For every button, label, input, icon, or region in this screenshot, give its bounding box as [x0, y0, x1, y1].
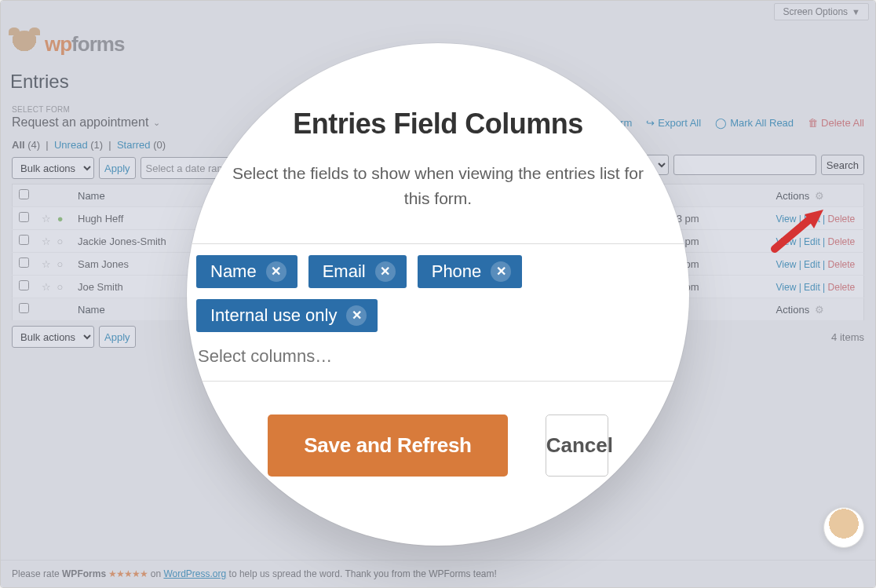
bulk-actions-select[interactable]: Bulk actions — [12, 157, 94, 179]
chat-avatar[interactable] — [823, 507, 864, 548]
edit-link[interactable]: Edit — [804, 282, 820, 293]
filter-all[interactable]: All — [12, 139, 25, 151]
screen-options-label: Screen Options — [783, 6, 848, 17]
save-and-refresh-button[interactable]: Save and Refresh — [268, 415, 507, 477]
view-link[interactable]: View — [776, 259, 797, 270]
footer-text: Please rate WPForms ★★★★★ on WordPress.o… — [1, 560, 875, 587]
delete-link[interactable]: Delete — [828, 259, 856, 270]
wpforms-logo-text: wpforms — [45, 32, 124, 57]
edit-link[interactable]: Edit — [804, 236, 820, 247]
row-checkbox[interactable] — [19, 235, 29, 245]
filter-unread[interactable]: Unread — [54, 139, 88, 151]
cancel-button[interactable]: Cancel — [546, 415, 608, 477]
search-button[interactable]: Search — [821, 155, 864, 175]
gear-icon[interactable]: ⚙ — [815, 304, 824, 316]
delete-link[interactable]: Delete — [828, 214, 856, 225]
bulk-actions-select-bottom[interactable]: Bulk actions — [12, 326, 94, 348]
row-checkbox[interactable] — [19, 212, 29, 222]
apply-button-bottom[interactable]: Apply — [99, 326, 136, 348]
screen-options-button[interactable]: Screen Options▼ — [774, 3, 869, 20]
wordpress-org-link[interactable]: WordPress.org — [163, 568, 226, 579]
row-indicators[interactable]: ☆ ● — [35, 207, 71, 230]
star-icons[interactable]: ★★★★★ — [108, 568, 148, 579]
search-input[interactable] — [673, 155, 816, 175]
row-indicators[interactable]: ☆ ○ — [35, 276, 71, 298]
column-chip[interactable]: Name✕ — [196, 255, 297, 288]
row-checkbox[interactable] — [19, 257, 29, 268]
delete-link[interactable]: Delete — [828, 236, 856, 247]
chip-label: Name — [210, 261, 257, 282]
form-selector[interactable]: Request an appointment⌄ — [12, 115, 160, 130]
item-count-bottom: 4 items — [831, 331, 864, 343]
mark-all-read-link[interactable]: ◯ Mark All Read — [715, 117, 794, 129]
column-chip[interactable]: Phone✕ — [418, 255, 523, 288]
chip-label: Email — [323, 261, 366, 282]
col-actions: Actions ⚙ — [770, 184, 864, 207]
filter-starred[interactable]: Starred — [117, 139, 151, 151]
column-chip[interactable]: Email✕ — [308, 255, 407, 288]
view-link[interactable]: View — [776, 236, 797, 247]
field-columns-modal: Entries Field Columns Select the fields … — [187, 43, 689, 546]
delete-all-link[interactable]: 🗑 Delete All — [808, 117, 864, 129]
chip-label: Phone — [432, 261, 482, 282]
edit-link[interactable]: Edit — [804, 214, 820, 225]
col-actions-footer: Actions — [776, 304, 810, 316]
wpforms-logo-icon — [10, 31, 38, 59]
close-icon[interactable]: ✕ — [266, 261, 287, 282]
delete-link[interactable]: Delete — [828, 282, 856, 293]
select-columns-input[interactable] — [187, 332, 689, 382]
close-icon[interactable]: ✕ — [491, 261, 511, 282]
gear-icon[interactable]: ⚙ — [815, 190, 824, 202]
close-icon[interactable]: ✕ — [375, 261, 396, 282]
row-indicators[interactable]: ☆ ○ — [35, 230, 71, 253]
apply-button[interactable]: Apply — [99, 157, 136, 179]
edit-link[interactable]: Edit — [804, 259, 820, 270]
chevron-down-icon: ⌄ — [153, 118, 160, 128]
row-indicators[interactable]: ☆ ○ — [35, 253, 71, 276]
modal-subtitle: Select the fields to show when viewing t… — [218, 161, 658, 212]
close-icon[interactable]: ✕ — [346, 305, 367, 326]
export-all-link[interactable]: ↪ Export All — [646, 117, 701, 129]
chip-label: Internal use only — [210, 305, 337, 326]
row-checkbox[interactable] — [19, 280, 29, 290]
chevron-down-icon: ▼ — [852, 7, 860, 16]
select-all-checkbox-bottom[interactable] — [19, 303, 29, 313]
select-all-checkbox[interactable] — [19, 189, 29, 199]
view-link[interactable]: View — [776, 214, 797, 225]
column-chip[interactable]: Internal use only✕ — [196, 299, 378, 332]
view-link[interactable]: View — [776, 282, 797, 293]
